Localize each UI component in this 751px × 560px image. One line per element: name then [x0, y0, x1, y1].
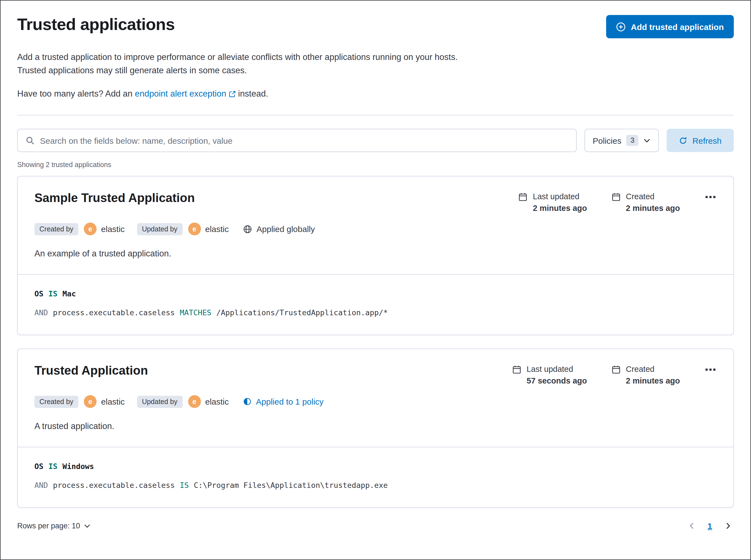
refresh-icon [679, 136, 688, 145]
card-meta-group: Last updated 2 minutes ago Created 2 min… [518, 191, 716, 213]
last-updated-value: 57 seconds ago [527, 376, 587, 385]
last-updated-label: Last updated [527, 365, 587, 374]
card-header: Sample Trusted Application Last updated … [35, 191, 716, 213]
condition-value: Mac [62, 289, 76, 298]
chevron-down-icon [84, 522, 91, 529]
condition-line: OSISMac [35, 289, 716, 298]
condition-operator: IS [48, 462, 58, 471]
trusted-applications-page: Trusted applications Add trusted applica… [0, 0, 751, 560]
card-conditions: OSISWindows ANDprocess.executable.casele… [18, 447, 733, 507]
created-by-avatar: e [84, 223, 97, 235]
scope-indicator: Applied globally [243, 224, 315, 234]
created-by-avatar: e [84, 395, 97, 408]
header-divider [17, 115, 734, 116]
condition-prefix: AND [35, 481, 48, 489]
pagination-prev-button[interactable] [686, 520, 697, 532]
alerts-hint-suffix: instead. [236, 89, 268, 98]
policies-count-badge: 3 [626, 135, 638, 146]
card-badges-row: Created by e elastic Updated by e elasti… [35, 223, 716, 235]
created-by-badge: Created by [35, 223, 78, 235]
alerts-hint-prefix: Have too many alerts? Add an [17, 89, 135, 98]
condition-prefix: AND [35, 308, 48, 317]
created-meta: Created 2 minutes ago [611, 365, 680, 385]
calendar-icon [611, 192, 620, 213]
condition-field: process.executable.caseless [53, 481, 175, 489]
card-title: Trusted Application [35, 363, 148, 378]
scope-label: Applied to 1 policy [256, 397, 323, 406]
card-description: A trusted application. [35, 421, 716, 431]
card-title: Sample Trusted Application [35, 191, 195, 205]
showing-count-text: Showing 2 trusted applications [17, 161, 734, 169]
card-top: Trusted Application Last updated 57 seco… [18, 349, 733, 447]
created-label: Created [626, 192, 680, 201]
chevron-down-icon [644, 137, 651, 144]
alerts-hint: Have too many alerts? Add an endpoint al… [17, 87, 734, 102]
external-link-icon[interactable] [229, 88, 236, 102]
created-meta: Created 2 minutes ago [611, 192, 680, 213]
chevron-left-icon [688, 522, 695, 529]
calendar-icon [518, 192, 527, 213]
last-updated-label: Last updated [533, 192, 587, 201]
rows-per-page-button[interactable]: Rows per page: 10 [17, 522, 91, 530]
created-label: Created [626, 365, 680, 374]
toolbar: Policies 3 Refresh [17, 129, 734, 152]
updated-by-avatar: e [188, 223, 201, 235]
card-actions-menu-button[interactable] [704, 192, 716, 202]
updated-by-badge: Updated by [137, 396, 182, 408]
card-actions-menu-button[interactable] [704, 365, 716, 375]
last-updated-meta: Last updated 57 seconds ago [512, 365, 587, 385]
condition-field: process.executable.caseless [53, 308, 175, 317]
globe-icon [243, 224, 252, 233]
pagination-next-button[interactable] [722, 520, 734, 532]
updated-by-user: elastic [205, 224, 229, 234]
card-header: Trusted Application Last updated 57 seco… [35, 363, 716, 385]
created-value: 2 minutes ago [626, 376, 680, 385]
add-trusted-application-button[interactable]: Add trusted application [607, 15, 734, 38]
scope-label: Applied globally [256, 224, 315, 234]
rows-per-page-label: Rows per page: 10 [17, 522, 80, 530]
condition-line: ANDprocess.executable.caselessMATCHES/Ap… [35, 308, 716, 317]
refresh-button[interactable]: Refresh [667, 129, 734, 152]
partial-policy-icon [243, 397, 252, 406]
card-top: Sample Trusted Application Last updated … [18, 177, 733, 274]
created-by-user: elastic [101, 397, 125, 406]
updated-by-avatar: e [188, 395, 201, 408]
condition-field: OS [35, 462, 44, 471]
created-by-user: elastic [101, 224, 125, 234]
page-header: Trusted applications Add trusted applica… [17, 15, 734, 38]
chevron-right-icon [724, 522, 732, 529]
updated-by-badge: Updated by [137, 223, 182, 235]
policies-filter-label: Policies [593, 136, 621, 145]
page-title: Trusted applications [17, 15, 175, 34]
card-badges-row: Created by e elastic Updated by e elasti… [35, 395, 716, 408]
last-updated-value: 2 minutes ago [533, 204, 587, 213]
page-description: Add a trusted application to improve per… [17, 51, 464, 77]
ellipsis-icon [706, 368, 708, 371]
search-input[interactable] [40, 136, 568, 145]
trusted-app-card: Trusted Application Last updated 57 seco… [17, 348, 734, 508]
updated-by-user: elastic [205, 397, 229, 406]
condition-operator: IS [180, 481, 189, 489]
card-description: An example of a trusted application. [35, 248, 716, 259]
search-box[interactable] [17, 129, 577, 152]
policies-filter-button[interactable]: Policies 3 [585, 129, 659, 152]
card-meta-group: Last updated 57 seconds ago Created 2 mi… [512, 363, 716, 385]
trusted-app-card: Sample Trusted Application Last updated … [17, 176, 734, 335]
refresh-label: Refresh [692, 136, 722, 145]
scope-policy-link[interactable]: Applied to 1 policy [243, 397, 323, 406]
condition-value: C:\Program Files\Application\trustedapp.… [194, 481, 388, 489]
condition-field: OS [35, 289, 44, 298]
last-updated-meta: Last updated 2 minutes ago [518, 192, 587, 213]
condition-value: /Applications/TrustedApplication.app/* [216, 308, 388, 317]
pagination-page-1-button[interactable]: 1 [704, 520, 715, 532]
endpoint-alert-exception-link[interactable]: endpoint alert exception [135, 89, 226, 98]
add-trusted-application-label: Add trusted application [631, 22, 724, 32]
ellipsis-icon [706, 196, 708, 198]
condition-operator: IS [48, 289, 58, 298]
plus-in-circle-icon [616, 22, 626, 32]
condition-line: ANDprocess.executable.caselessISC:\Progr… [35, 481, 716, 489]
created-value: 2 minutes ago [626, 204, 680, 213]
pagination: 1 [686, 520, 734, 532]
search-icon [25, 136, 35, 145]
condition-line: OSISWindows [35, 462, 716, 471]
